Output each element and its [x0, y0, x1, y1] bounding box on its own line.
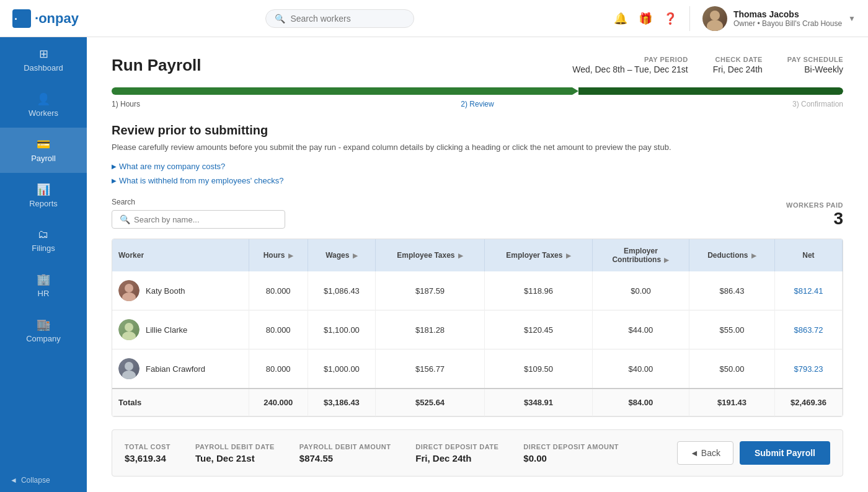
sidebar-item-payroll[interactable]: 💳 Payroll: [0, 128, 87, 173]
worker-name-3: Fabian Crawford: [146, 364, 205, 374]
sidebar-item-workers[interactable]: 👤 Workers: [0, 82, 87, 128]
pay-schedule-value: Bi-Weekly: [787, 64, 843, 74]
pay-period-label: PAY PERIOD: [572, 56, 688, 63]
col-hours[interactable]: Hours ▶: [249, 239, 308, 271]
main-layout: ⊞ Dashboard 👤 Workers 💳 Payroll 📊 Report…: [0, 37, 868, 492]
total-cost-label: TOTAL COST: [125, 443, 170, 450]
sidebar-item-dashboard[interactable]: ⊞ Dashboard: [0, 37, 87, 82]
logo-icon: ·: [12, 9, 31, 28]
page-title: Run Payroll: [112, 56, 201, 75]
submit-payroll-button[interactable]: Submit Payroll: [740, 441, 830, 465]
col-hours-label: Hours: [264, 251, 285, 260]
worker-avatar-2: [118, 319, 140, 340]
debit-date-value: Tue, Dec 21st: [195, 453, 275, 463]
avatar-image: [702, 6, 727, 31]
sidebar-item-filings[interactable]: 🗂 Filings: [0, 218, 87, 263]
worker-emp-taxes-1: $187.59: [375, 271, 484, 310]
worker-info-2: Lillie Clarke: [118, 319, 242, 340]
user-info: Thomas Jacobs Owner • Bayou Bill's Crab …: [733, 9, 842, 28]
user-name: Thomas Jacobs: [733, 9, 842, 19]
search-input[interactable]: [290, 14, 405, 24]
review-link-2[interactable]: ▶ What is withheld from my employees' ch…: [112, 176, 843, 185]
back-button[interactable]: ◄ Back: [677, 441, 733, 465]
search-field-icon: 🔍: [120, 214, 130, 224]
col-worker[interactable]: Worker: [112, 239, 249, 271]
col-deductions[interactable]: Deductions ▶: [689, 239, 775, 271]
link-arrow-1: ▶: [112, 163, 117, 170]
worker-wages-3: $1,000.00: [308, 349, 375, 389]
svg-point-2: [710, 11, 720, 20]
svg-point-3: [707, 20, 723, 31]
col-employer-contrib[interactable]: EmployerContributions ▶: [592, 239, 689, 271]
help-icon[interactable]: ❓: [663, 12, 677, 25]
dd-amount-item: DIRECT DEPOSIT AMOUNT $0.00: [523, 443, 619, 463]
payroll-table: Worker Hours ▶ Wages ▶ Employe: [112, 239, 843, 416]
hr-icon: 🏢: [37, 273, 50, 286]
svg-point-9: [122, 371, 136, 379]
workers-paid-label: WORKERS PAID: [786, 201, 843, 209]
sidebar-item-reports[interactable]: 📊 Reports: [0, 173, 87, 218]
worker-net-1[interactable]: $812.41: [774, 271, 842, 310]
filings-icon: 🗂: [38, 228, 49, 241]
company-icon: 🏬: [37, 318, 50, 332]
user-role: Owner • Bayou Bill's Crab House: [733, 19, 842, 28]
pay-period-value: Wed, Dec 8th – Tue, Dec 21st: [572, 64, 688, 74]
progress-segment-1: [112, 87, 572, 95]
col-wages[interactable]: Wages ▶: [308, 239, 375, 271]
worker-hours-2: 80.000: [249, 310, 308, 349]
gifts-icon[interactable]: 🎁: [639, 12, 652, 25]
table-totals-row: Totals 240.000 $3,186.43 $525.64 $348.91…: [112, 389, 843, 416]
svg-point-8: [125, 362, 133, 371]
search-icon: 🔍: [275, 14, 285, 24]
total-cost-value: $3,619.34: [125, 453, 170, 463]
sidebar-collapse-button[interactable]: ◄ Collapse: [0, 468, 87, 492]
sidebar-item-company[interactable]: 🏬 Company: [0, 308, 87, 353]
workers-paid-count: 3: [786, 209, 843, 229]
col-deductions-expand: ▶: [751, 252, 756, 259]
avatar-lillie: [118, 319, 140, 340]
svg-point-4: [125, 284, 133, 292]
review-link-2-text: What is withheld from my employees' chec…: [119, 176, 283, 185]
check-date-label: CHECK DATE: [713, 56, 763, 63]
sidebar-item-label: Reports: [29, 199, 58, 208]
search-by-name-input[interactable]: [134, 215, 277, 224]
search-bar[interactable]: 🔍: [265, 9, 414, 28]
worker-net-3[interactable]: $793.23: [774, 349, 842, 389]
worker-net-2[interactable]: $863.72: [774, 310, 842, 349]
search-field-wrap: Search 🔍: [112, 198, 285, 229]
totals-net: $2,469.36: [774, 389, 842, 416]
sidebar-item-hr[interactable]: 🏢 HR: [0, 263, 87, 308]
table-row: Lillie Clarke 80.000 $1,100.00 $181.28 $…: [112, 310, 843, 349]
totals-emp-taxes: $525.64: [375, 389, 484, 416]
worker-info-1: Katy Booth: [118, 280, 242, 301]
check-date-info: CHECK DATE Fri, Dec 24th: [713, 56, 763, 74]
worker-contrib-3: $40.00: [592, 349, 689, 389]
col-employer-taxes-expand: ▶: [566, 252, 571, 259]
net-link-1[interactable]: $812.41: [794, 286, 823, 296]
worker-avatar-3: [118, 358, 140, 379]
net-link-2[interactable]: $863.72: [794, 325, 823, 335]
search-section: Search 🔍 WORKERS PAID 3: [112, 198, 843, 229]
totals-label: Totals: [112, 389, 249, 416]
review-link-1[interactable]: ▶ What are my company costs?: [112, 162, 843, 171]
worker-name-2: Lillie Clarke: [146, 325, 187, 335]
worker-wages-1: $1,086.43: [308, 271, 375, 310]
notifications-icon[interactable]: 🔔: [614, 12, 627, 25]
debit-amount-label: PAYROLL DEBIT AMOUNT: [299, 443, 391, 450]
user-dropdown-arrow[interactable]: ▼: [848, 14, 856, 23]
sidebar-item-label: Dashboard: [24, 63, 63, 72]
worker-wages-2: $1,100.00: [308, 310, 375, 349]
col-employer-taxes[interactable]: Employer Taxes ▶: [485, 239, 593, 271]
reports-icon: 📊: [37, 183, 50, 196]
progress-bar: [112, 87, 843, 95]
table-header-row: Worker Hours ▶ Wages ▶ Employe: [112, 239, 843, 271]
worker-cell-2: Lillie Clarke: [112, 310, 249, 349]
worker-info-3: Fabian Crawford: [118, 358, 242, 379]
svg-text:·: ·: [14, 13, 17, 25]
col-worker-label: Worker: [118, 251, 144, 260]
col-wages-label: Wages: [326, 251, 349, 260]
table-row: Katy Booth 80.000 $1,086.43 $187.59 $118…: [112, 271, 843, 310]
net-link-3[interactable]: $793.23: [794, 364, 823, 374]
review-section: Review prior to submitting Please carefu…: [112, 123, 843, 185]
col-employee-taxes[interactable]: Employee Taxes ▶: [375, 239, 484, 271]
